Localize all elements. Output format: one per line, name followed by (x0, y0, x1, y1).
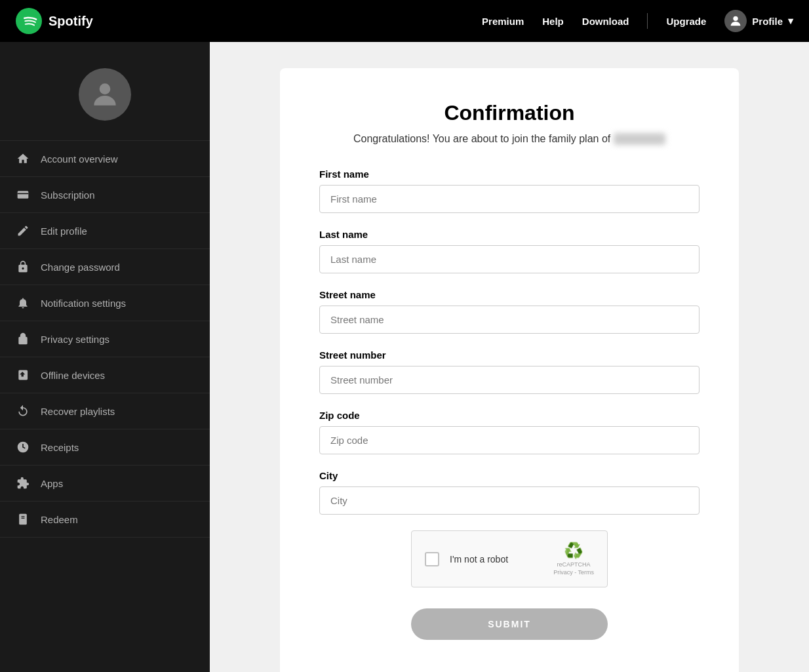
user-avatar (79, 68, 131, 121)
spotify-logo-icon (16, 8, 42, 34)
street-name-group: Street name (319, 289, 700, 334)
svg-point-2 (100, 83, 111, 94)
sidebar-label-notification-settings: Notification settings (41, 298, 126, 309)
svg-rect-3 (18, 191, 29, 199)
street-number-label: Street number (319, 349, 700, 361)
sidebar-label-change-password: Change password (41, 262, 120, 273)
navbar: Spotify Premium Help Download Upgrade Pr… (0, 0, 809, 42)
sidebar-item-offline-devices[interactable]: Offline devices (0, 357, 210, 393)
recaptcha-brand: reCAPTCHA Privacy - Terms (553, 561, 594, 576)
edit-icon (16, 224, 30, 238)
nav-divider (647, 13, 648, 29)
sidebar: Account overview Subscription Edit profi… (0, 42, 210, 672)
sidebar-label-recover-playlists: Recover playlists (41, 406, 115, 417)
svg-rect-6 (19, 514, 27, 525)
sidebar-item-edit-profile[interactable]: Edit profile (0, 213, 210, 249)
recaptcha-label: I'm not a robot (450, 554, 543, 564)
sidebar-item-recover-playlists[interactable]: Recover playlists (0, 393, 210, 429)
home-icon (16, 151, 30, 166)
sidebar-nav: Account overview Subscription Edit profi… (0, 140, 210, 538)
confirmation-form-card: Confirmation Congratulations! You are ab… (280, 68, 739, 672)
sidebar-avatar-section (0, 62, 210, 140)
receipts-icon (16, 440, 30, 454)
offline-icon (16, 368, 30, 382)
sidebar-label-offline-devices: Offline devices (41, 370, 105, 381)
last-name-label: Last name (319, 229, 700, 240)
last-name-group: Last name (319, 229, 700, 273)
download-link[interactable]: Download (582, 16, 629, 27)
form-subtitle: Congratulations! You are about to join t… (319, 133, 700, 145)
street-number-group: Street number (319, 349, 700, 394)
sidebar-label-account-overview: Account overview (41, 153, 118, 165)
recaptcha-logo: ♻️ reCAPTCHA Privacy - Terms (553, 542, 594, 576)
upgrade-link[interactable]: Upgrade (666, 16, 706, 27)
svg-point-1 (734, 16, 738, 21)
chevron-down-icon: ▾ (788, 15, 793, 27)
first-name-group: First name (319, 168, 700, 213)
sidebar-item-privacy-settings[interactable]: Privacy settings (0, 321, 210, 357)
zip-code-group: Zip code (319, 410, 700, 454)
city-input[interactable] (319, 486, 700, 515)
zip-code-input[interactable] (319, 426, 700, 454)
sidebar-label-apps: Apps (41, 478, 63, 489)
city-label: City (319, 470, 700, 481)
sidebar-item-redeem[interactable]: Redeem (0, 502, 210, 538)
bell-icon (16, 296, 30, 310)
main-content: Confirmation Congratulations! You are ab… (210, 42, 809, 672)
recaptcha-icon: ♻️ (564, 542, 583, 560)
form-title: Confirmation (319, 101, 700, 125)
city-group: City (319, 470, 700, 515)
sidebar-label-redeem: Redeem (41, 514, 78, 525)
street-number-input[interactable] (319, 366, 700, 394)
subscription-icon (16, 188, 30, 202)
apps-icon (16, 476, 30, 490)
premium-link[interactable]: Premium (482, 16, 524, 27)
first-name-input[interactable] (319, 185, 700, 213)
sidebar-item-notification-settings[interactable]: Notification settings (0, 285, 210, 321)
profile-label: Profile (752, 16, 783, 27)
street-name-label: Street name (319, 289, 700, 300)
page-wrapper: Account overview Subscription Edit profi… (0, 42, 809, 672)
lock-icon (16, 260, 30, 274)
recaptcha-widget[interactable]: I'm not a robot ♻️ reCAPTCHA Privacy - T… (411, 530, 608, 587)
navbar-links: Premium Help Download Upgrade Profile ▾ (482, 10, 793, 32)
family-plan-name-blurred: ███████ (614, 133, 665, 145)
sidebar-label-privacy-settings: Privacy settings (41, 334, 109, 345)
street-name-input[interactable] (319, 306, 700, 334)
sidebar-item-apps[interactable]: Apps (0, 465, 210, 502)
redeem-icon (16, 512, 30, 526)
spotify-text: Spotify (49, 14, 93, 29)
sidebar-label-edit-profile: Edit profile (41, 226, 87, 237)
recaptcha-checkbox[interactable] (425, 552, 439, 566)
sidebar-item-receipts[interactable]: Receipts (0, 429, 210, 465)
sidebar-item-account-overview[interactable]: Account overview (0, 140, 210, 177)
sidebar-item-change-password[interactable]: Change password (0, 249, 210, 285)
spotify-logo[interactable]: Spotify (16, 8, 93, 34)
sidebar-label-receipts: Receipts (41, 442, 79, 453)
profile-menu[interactable]: Profile ▾ (724, 10, 793, 32)
recover-icon (16, 404, 30, 418)
first-name-label: First name (319, 168, 700, 180)
subtitle-prefix: Congratulations! You are about to join t… (353, 133, 610, 144)
zip-code-label: Zip code (319, 410, 700, 421)
profile-avatar-icon (724, 10, 747, 32)
last-name-input[interactable] (319, 245, 700, 273)
privacy-icon (16, 332, 30, 346)
sidebar-label-subscription: Subscription (41, 189, 95, 201)
sidebar-item-subscription[interactable]: Subscription (0, 177, 210, 213)
submit-button[interactable]: SUBMIT (411, 608, 608, 640)
help-link[interactable]: Help (542, 16, 564, 27)
